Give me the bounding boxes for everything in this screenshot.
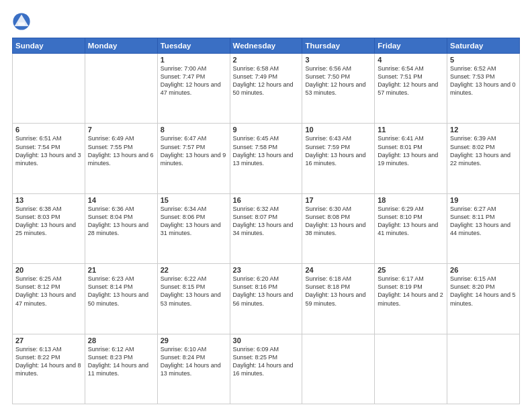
- cell-4-3: 22Sunrise: 6:22 AM Sunset: 8:15 PM Dayli…: [157, 264, 230, 334]
- day-number: 21: [88, 266, 154, 274]
- cell-1-5: 3Sunrise: 6:56 AM Sunset: 7:50 PM Daylig…: [302, 54, 375, 124]
- day-number: 6: [15, 126, 82, 134]
- page: SundayMondayTuesdayWednesdayThursdayFrid…: [0, 0, 532, 411]
- header-row: SundayMondayTuesdayWednesdayThursdayFrid…: [13, 38, 520, 54]
- cell-info: Sunrise: 6:58 AM Sunset: 7:49 PM Dayligh…: [233, 64, 300, 97]
- day-number: 2: [233, 56, 300, 64]
- cell-info: Sunrise: 6:32 AM Sunset: 8:07 PM Dayligh…: [233, 205, 300, 238]
- cell-5-1: 27Sunrise: 6:13 AM Sunset: 8:22 PM Dayli…: [13, 334, 85, 404]
- cell-4-2: 21Sunrise: 6:23 AM Sunset: 8:14 PM Dayli…: [85, 264, 157, 334]
- cell-2-1: 6Sunrise: 6:51 AM Sunset: 7:54 PM Daylig…: [13, 124, 85, 193]
- cell-info: Sunrise: 6:29 AM Sunset: 8:10 PM Dayligh…: [378, 205, 444, 238]
- cell-info: Sunrise: 6:23 AM Sunset: 8:14 PM Dayligh…: [88, 275, 154, 308]
- cell-2-5: 10Sunrise: 6:43 AM Sunset: 7:59 PM Dayli…: [302, 124, 375, 193]
- cell-3-2: 14Sunrise: 6:36 AM Sunset: 8:04 PM Dayli…: [85, 193, 157, 263]
- day-number: 19: [450, 196, 517, 204]
- week-row-5: 27Sunrise: 6:13 AM Sunset: 8:22 PM Dayli…: [13, 334, 520, 404]
- cell-info: Sunrise: 6:09 AM Sunset: 8:25 PM Dayligh…: [233, 345, 300, 378]
- cell-info: Sunrise: 6:41 AM Sunset: 8:01 PM Dayligh…: [378, 134, 444, 167]
- day-number: 28: [88, 336, 154, 345]
- day-number: 22: [161, 266, 227, 274]
- cell-info: Sunrise: 6:34 AM Sunset: 8:06 PM Dayligh…: [161, 205, 227, 238]
- cell-info: Sunrise: 6:56 AM Sunset: 7:50 PM Dayligh…: [305, 64, 371, 97]
- calendar-table: SundayMondayTuesdayWednesdayThursdayFrid…: [12, 38, 520, 404]
- week-row-1: 1Sunrise: 7:00 AM Sunset: 7:47 PM Daylig…: [13, 54, 520, 124]
- day-number: 26: [450, 266, 517, 274]
- cell-info: Sunrise: 6:47 AM Sunset: 7:57 PM Dayligh…: [161, 134, 227, 167]
- col-header-saturday: Saturday: [447, 38, 520, 54]
- day-number: 20: [15, 266, 82, 274]
- day-number: 4: [378, 56, 444, 64]
- day-number: 17: [305, 196, 371, 204]
- cell-1-6: 4Sunrise: 6:54 AM Sunset: 7:51 PM Daylig…: [375, 54, 447, 124]
- cell-2-7: 12Sunrise: 6:39 AM Sunset: 8:02 PM Dayli…: [447, 124, 520, 193]
- col-header-tuesday: Tuesday: [157, 38, 230, 54]
- cell-info: Sunrise: 7:00 AM Sunset: 7:47 PM Dayligh…: [161, 64, 227, 97]
- week-row-2: 6Sunrise: 6:51 AM Sunset: 7:54 PM Daylig…: [13, 124, 520, 193]
- day-number: 23: [233, 266, 300, 274]
- cell-info: Sunrise: 6:22 AM Sunset: 8:15 PM Dayligh…: [161, 275, 227, 308]
- cell-2-4: 9Sunrise: 6:45 AM Sunset: 7:58 PM Daylig…: [230, 124, 302, 193]
- day-number: 8: [161, 126, 227, 134]
- day-number: 7: [88, 126, 154, 134]
- cell-5-6: [375, 334, 447, 404]
- day-number: 1: [161, 56, 227, 64]
- day-number: 12: [450, 126, 517, 134]
- cell-5-7: [447, 334, 520, 404]
- day-number: 14: [88, 196, 154, 204]
- cell-info: Sunrise: 6:52 AM Sunset: 7:53 PM Dayligh…: [450, 64, 517, 97]
- cell-info: Sunrise: 6:45 AM Sunset: 7:58 PM Dayligh…: [233, 134, 300, 167]
- logo-icon: [12, 12, 31, 31]
- cell-4-4: 23Sunrise: 6:20 AM Sunset: 8:16 PM Dayli…: [230, 264, 302, 334]
- cell-5-3: 29Sunrise: 6:10 AM Sunset: 8:24 PM Dayli…: [157, 334, 230, 404]
- cell-1-7: 5Sunrise: 6:52 AM Sunset: 7:53 PM Daylig…: [447, 54, 520, 124]
- cell-5-2: 28Sunrise: 6:12 AM Sunset: 8:23 PM Dayli…: [85, 334, 157, 404]
- col-header-monday: Monday: [85, 38, 157, 54]
- cell-4-7: 26Sunrise: 6:15 AM Sunset: 8:20 PM Dayli…: [447, 264, 520, 334]
- day-number: 25: [378, 266, 444, 274]
- cell-info: Sunrise: 6:13 AM Sunset: 8:22 PM Dayligh…: [15, 345, 82, 378]
- day-number: 11: [378, 126, 444, 134]
- cell-2-6: 11Sunrise: 6:41 AM Sunset: 8:01 PM Dayli…: [375, 124, 447, 193]
- cell-3-7: 19Sunrise: 6:27 AM Sunset: 8:11 PM Dayli…: [447, 193, 520, 263]
- day-number: 5: [450, 56, 517, 64]
- day-number: 29: [161, 336, 227, 345]
- day-number: 10: [305, 126, 371, 134]
- day-number: 30: [233, 336, 300, 345]
- cell-1-3: 1Sunrise: 7:00 AM Sunset: 7:47 PM Daylig…: [157, 54, 230, 124]
- cell-info: Sunrise: 6:39 AM Sunset: 8:02 PM Dayligh…: [450, 134, 517, 167]
- cell-3-3: 15Sunrise: 6:34 AM Sunset: 8:06 PM Dayli…: [157, 193, 230, 263]
- cell-info: Sunrise: 6:54 AM Sunset: 7:51 PM Dayligh…: [378, 64, 444, 97]
- col-header-sunday: Sunday: [13, 38, 85, 54]
- cell-5-5: [302, 334, 375, 404]
- cell-4-1: 20Sunrise: 6:25 AM Sunset: 8:12 PM Dayli…: [13, 264, 85, 334]
- week-row-4: 20Sunrise: 6:25 AM Sunset: 8:12 PM Dayli…: [13, 264, 520, 334]
- cell-info: Sunrise: 6:12 AM Sunset: 8:23 PM Dayligh…: [88, 345, 154, 378]
- col-header-friday: Friday: [375, 38, 447, 54]
- cell-info: Sunrise: 6:49 AM Sunset: 7:55 PM Dayligh…: [88, 134, 154, 167]
- col-header-thursday: Thursday: [302, 38, 375, 54]
- day-number: 13: [15, 196, 82, 204]
- cell-3-6: 18Sunrise: 6:29 AM Sunset: 8:10 PM Dayli…: [375, 193, 447, 263]
- day-number: 9: [233, 126, 300, 134]
- cell-1-4: 2Sunrise: 6:58 AM Sunset: 7:49 PM Daylig…: [230, 54, 302, 124]
- cell-5-4: 30Sunrise: 6:09 AM Sunset: 8:25 PM Dayli…: [230, 334, 302, 404]
- day-number: 24: [305, 266, 371, 274]
- cell-info: Sunrise: 6:51 AM Sunset: 7:54 PM Dayligh…: [15, 134, 82, 167]
- cell-info: Sunrise: 6:38 AM Sunset: 8:03 PM Dayligh…: [15, 205, 82, 238]
- header: [12, 12, 520, 31]
- cell-4-5: 24Sunrise: 6:18 AM Sunset: 8:18 PM Dayli…: [302, 264, 375, 334]
- cell-info: Sunrise: 6:27 AM Sunset: 8:11 PM Dayligh…: [450, 205, 517, 238]
- svg-rect-2: [18, 22, 25, 25]
- day-number: 16: [233, 196, 300, 204]
- cell-info: Sunrise: 6:20 AM Sunset: 8:16 PM Dayligh…: [233, 275, 300, 308]
- cell-1-2: [85, 54, 157, 124]
- cell-1-1: [13, 54, 85, 124]
- cell-info: Sunrise: 6:17 AM Sunset: 8:19 PM Dayligh…: [378, 275, 444, 308]
- cell-info: Sunrise: 6:36 AM Sunset: 8:04 PM Dayligh…: [88, 205, 154, 238]
- cell-info: Sunrise: 6:18 AM Sunset: 8:18 PM Dayligh…: [305, 275, 371, 308]
- cell-3-1: 13Sunrise: 6:38 AM Sunset: 8:03 PM Dayli…: [13, 193, 85, 263]
- cell-3-5: 17Sunrise: 6:30 AM Sunset: 8:08 PM Dayli…: [302, 193, 375, 263]
- day-number: 15: [161, 196, 227, 204]
- cell-info: Sunrise: 6:43 AM Sunset: 7:59 PM Dayligh…: [305, 134, 371, 167]
